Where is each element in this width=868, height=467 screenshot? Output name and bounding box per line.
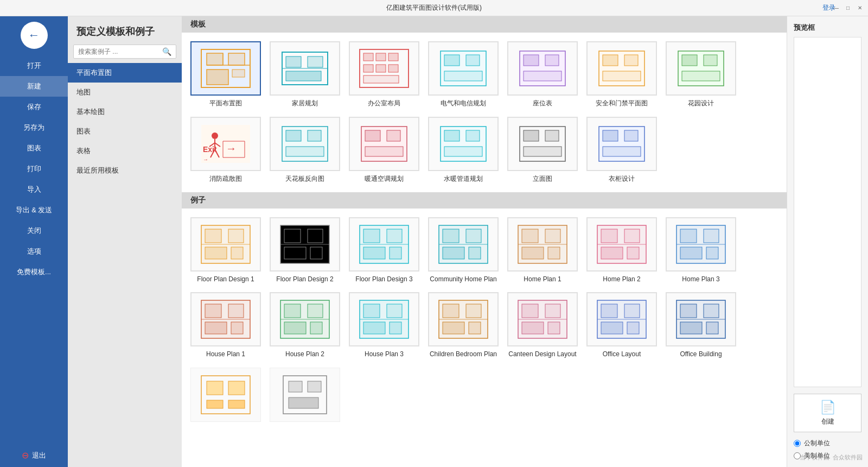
template-item-ceiling[interactable]: 天花板反向图 — [270, 117, 340, 184]
svg-rect-17 — [376, 65, 386, 72]
example-item-home-plan-1[interactable]: Home Plan 1 — [507, 217, 578, 284]
nav-item-tables[interactable]: 表格 — [68, 141, 182, 161]
template-item-wardrobe[interactable]: 衣柜设计 — [586, 117, 657, 184]
svg-rect-123 — [363, 322, 385, 334]
sidebar-item-close[interactable]: 关闭 — [0, 220, 68, 241]
sidebar-item-chart[interactable]: 图表 — [0, 138, 68, 159]
sidebar-item-save[interactable]: 保存 — [0, 97, 68, 117]
left-nav: 预定义模板和例子 🔍 平面布置图 地图 基本绘图 图表 表格 最近所用模板 — [68, 16, 182, 467]
right-panel: 预览框 📄 创建 公制单位 美制单位 — [787, 16, 868, 467]
template-thumb — [349, 41, 419, 96]
sidebar-item-print[interactable]: 打印 — [0, 159, 68, 179]
svg-rect-30 — [624, 55, 638, 66]
example-thumb — [586, 292, 657, 346]
example-thumb — [270, 292, 340, 346]
search-icon: 🔍 — [162, 47, 171, 56]
template-thumb — [428, 117, 499, 171]
template-label: 暖通空调规划 — [365, 174, 404, 184]
svg-rect-70 — [231, 247, 243, 259]
example-item-community-home[interactable]: Community Home Plan — [428, 217, 499, 284]
svg-rect-26 — [545, 55, 559, 66]
svg-rect-49 — [286, 147, 324, 156]
template-item-electrical-plan[interactable]: 电气和电信规划 — [428, 41, 499, 108]
create-button[interactable]: 📄 创建 — [794, 394, 861, 432]
search-bar[interactable]: 🔍 — [73, 45, 176, 59]
template-item-floor-plan[interactable]: 平面布置图 — [190, 41, 261, 108]
template-item-hvac[interactable]: 暖通空调规划 — [349, 117, 419, 184]
svg-rect-152 — [228, 381, 245, 395]
sidebar-item-saveas[interactable]: 另存为 — [0, 117, 68, 138]
sidebar-item-options[interactable]: 选项 — [0, 241, 68, 262]
svg-rect-80 — [387, 229, 402, 243]
example-item-house-plan-2[interactable]: House Plan 2 — [270, 292, 340, 359]
svg-rect-1 — [207, 53, 223, 65]
svg-rect-104 — [704, 229, 719, 243]
example-item-office-layout-ex[interactable]: Office Layout — [586, 292, 657, 359]
template-item-evacuation[interactable]: Exit → → 消防疏散图 — [190, 117, 261, 184]
svg-rect-136 — [548, 322, 560, 334]
svg-rect-33 — [682, 55, 697, 66]
svg-rect-34 — [704, 55, 717, 66]
svg-rect-115 — [284, 304, 301, 318]
template-thumb: Exit → → — [190, 117, 261, 171]
svg-rect-16 — [363, 65, 373, 72]
example-item-home-plan-3[interactable]: Home Plan 3 — [666, 217, 736, 284]
example-item-office-building[interactable]: Office Building — [666, 292, 736, 359]
template-label: 花园设计 — [688, 99, 714, 108]
svg-rect-105 — [680, 247, 702, 259]
template-thumb — [586, 41, 657, 96]
sidebar-item-export[interactable]: 导出 & 发送 — [0, 200, 68, 220]
sidebar-item-freetemplate[interactable]: 免费模板... — [0, 262, 68, 282]
sidebar: ← 打开 新建 保存 另存为 图表 打印 导入 导出 & 发送 关闭 选项 — [0, 16, 68, 467]
template-label: 立面图 — [533, 174, 552, 184]
nav-item-charts[interactable]: 图表 — [68, 122, 182, 141]
sidebar-logo[interactable]: ← — [21, 22, 48, 49]
svg-rect-21 — [444, 55, 459, 66]
template-item-plumbing[interactable]: 水暖管道规划 — [428, 117, 499, 184]
nav-item-floor-plan[interactable]: 平面布置图 — [68, 63, 182, 83]
svg-rect-88 — [469, 247, 481, 259]
sidebar-item-exit[interactable]: ⊖ 退出 — [0, 444, 68, 467]
sidebar-item-open[interactable]: 打开 — [0, 55, 68, 76]
example-item-house-plan-1[interactable]: House Plan 1 — [190, 292, 261, 359]
svg-point-39 — [212, 132, 218, 139]
svg-rect-124 — [390, 322, 401, 334]
login-button[interactable]: 登录 — [822, 3, 835, 12]
nav-item-map[interactable]: 地图 — [68, 83, 182, 102]
svg-rect-64 — [624, 130, 638, 141]
maximize-btn[interactable]: □ — [844, 4, 852, 12]
example-item-house-plan-3[interactable]: House Plan 3 — [349, 292, 419, 359]
example-item-home-plan-2[interactable]: Home Plan 2 — [586, 217, 657, 284]
example-item-floor-design-1[interactable]: Floor Plan Design 1 — [190, 217, 261, 284]
example-item-canteen-design[interactable]: Canteen Design Layout — [507, 292, 578, 359]
sidebar-item-new[interactable]: 新建 — [0, 76, 68, 97]
content-area: 预定义模板和例子 🔍 平面布置图 地图 基本绘图 图表 表格 最近所用模板 — [68, 16, 868, 467]
radio-metric[interactable]: 公制单位 — [794, 439, 861, 448]
search-input[interactable] — [78, 48, 162, 55]
template-item-office-layout-tpl[interactable]: 办公室布局 — [349, 41, 419, 108]
example-item-floor-design-3[interactable]: Floor Plan Design 3 — [349, 217, 419, 284]
svg-rect-9 — [308, 56, 323, 67]
example-extra-1[interactable] — [190, 368, 261, 422]
svg-rect-135 — [522, 322, 544, 334]
example-thumb — [666, 292, 736, 346]
example-item-floor-design-2[interactable]: Floor Plan Design 2 — [270, 217, 340, 284]
example-extra-2[interactable] — [270, 368, 340, 422]
sidebar-item-import[interactable]: 导入 — [0, 179, 68, 200]
template-item-seating-chart[interactable]: 座位表 — [507, 41, 578, 108]
svg-rect-63 — [603, 130, 618, 141]
nav-item-basic-drawing[interactable]: 基本绘图 — [68, 102, 182, 122]
svg-rect-157 — [308, 381, 321, 392]
examples-grid: Floor Plan Design 1 Floor Plan Design 2 … — [182, 209, 787, 368]
example-label: Office Layout — [603, 350, 641, 359]
template-item-home-planning[interactable]: 家居规划 — [270, 41, 340, 108]
template-label: 消防疏散图 — [209, 174, 242, 184]
nav-item-recent[interactable]: 最近所用模板 — [68, 161, 182, 180]
template-item-elevation[interactable]: 立面图 — [507, 117, 578, 184]
svg-rect-13 — [363, 53, 373, 61]
example-item-children-bedroom[interactable]: Children Bedroom Plan — [428, 292, 499, 359]
template-item-garden-design[interactable]: 花园设计 — [666, 41, 736, 108]
template-item-security-plan[interactable]: 安全和门禁平面图 — [586, 41, 657, 108]
close-btn[interactable]: ✕ — [856, 4, 864, 12]
svg-rect-106 — [706, 247, 718, 259]
